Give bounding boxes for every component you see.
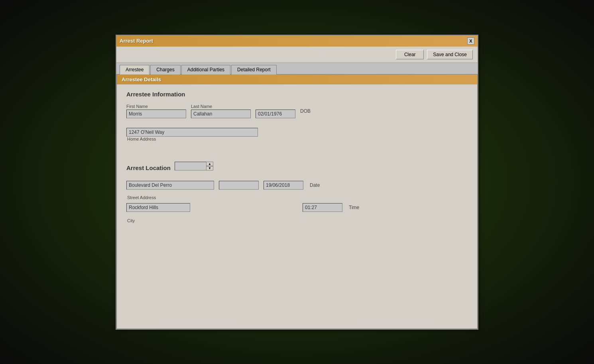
street-address-label: Street Address [126, 195, 214, 200]
home-address-label: Home Address [127, 137, 156, 141]
city-time-row: Time [126, 203, 468, 212]
tab-detailed-report[interactable]: Detailed Report [231, 65, 276, 74]
window-title: Arrest Report [120, 38, 153, 44]
arrest-date-group [264, 181, 303, 190]
spinner-buttons: ▲ ▼ [206, 162, 213, 170]
street-label-row: Street Address [126, 195, 468, 200]
last-name-label: Last Name [191, 104, 251, 109]
close-button[interactable]: X [467, 37, 474, 45]
clear-button[interactable]: Clear [396, 50, 424, 59]
tab-additional-parties[interactable]: Additional Parties [181, 65, 230, 74]
tab-charges[interactable]: Charges [150, 65, 180, 74]
spinner-up-button[interactable]: ▲ [206, 162, 213, 166]
first-name-input[interactable] [126, 110, 186, 118]
city-label-row: City [126, 217, 468, 223]
tab-content: Arrestee Details Arrestee Information Fi… [116, 74, 478, 329]
dob-label: DOB [300, 107, 311, 115]
time-input[interactable] [303, 203, 342, 212]
spinner-field: ▲ ▼ [175, 162, 213, 170]
time-group [303, 203, 342, 212]
section-header: Arrestee Details [117, 74, 477, 84]
address-row: Home Address [126, 128, 468, 137]
arrest-location-section: Arrest Location ▲ ▼ [126, 157, 468, 223]
main-window: Arrest Report X Clear Save and Close Arr… [116, 35, 478, 330]
first-name-group: First Name [126, 104, 186, 118]
dob-group: DOB [256, 104, 295, 118]
section-body: Arrestee Information First Name Last Nam… [117, 84, 477, 230]
save-close-button[interactable]: Save and Close [427, 50, 473, 59]
arrest-street-group [126, 181, 214, 190]
first-name-label: First Name [126, 104, 186, 109]
name-row: First Name Last Name DOB DOB [126, 104, 468, 118]
arrest-date-input[interactable] [264, 181, 303, 190]
tab-bar: Arrestee Charges Additional Parties Deta… [116, 63, 478, 74]
section-header-label: Arrestee Details [122, 76, 161, 82]
time-label: Time [349, 203, 359, 212]
last-name-group: Last Name [191, 104, 251, 118]
arrest-extra-input[interactable] [219, 181, 259, 190]
home-address-input[interactable] [126, 128, 258, 137]
date-label: Date [310, 181, 320, 190]
arrest-location-title: Arrest Location [126, 164, 171, 171]
city-group [126, 203, 190, 212]
last-name-input[interactable] [191, 110, 251, 118]
spinner-input[interactable] [175, 162, 207, 170]
city-input[interactable] [126, 203, 190, 212]
city-label: City [126, 218, 135, 223]
toolbar: Clear Save and Close [116, 47, 478, 63]
home-address-group: Home Address [126, 128, 258, 137]
arrest-extra-group [219, 181, 259, 190]
arrest-street-input[interactable] [126, 181, 214, 190]
dob-input[interactable] [256, 110, 295, 118]
info-title: Arrestee Information [126, 91, 468, 98]
arrest-address-row: Date [126, 181, 468, 190]
title-bar: Arrest Report X [116, 35, 478, 47]
spinner-down-button[interactable]: ▼ [206, 166, 213, 170]
tab-arrestee[interactable]: Arrestee [120, 65, 149, 74]
